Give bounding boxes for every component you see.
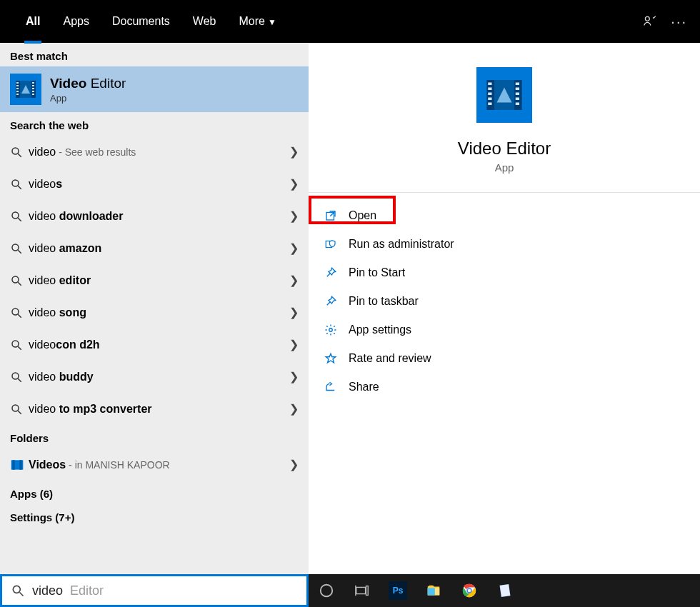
divider <box>309 192 700 193</box>
folders-heading: Folders <box>0 425 309 448</box>
svg-point-53 <box>13 586 20 593</box>
web-result[interactable]: video editor❯ <box>0 264 309 296</box>
star-icon <box>323 352 339 365</box>
search-icon <box>10 403 29 416</box>
search-ghost-text: Editor <box>70 583 104 598</box>
chevron-right-icon: ❯ <box>289 177 299 191</box>
web-result[interactable]: videocon d2h❯ <box>0 328 309 361</box>
best-match-subtitle: App <box>50 93 126 104</box>
svg-line-28 <box>18 346 21 350</box>
svg-line-16 <box>18 154 21 157</box>
svg-point-17 <box>12 180 19 186</box>
svg-point-55 <box>321 585 333 597</box>
gear-icon <box>323 323 339 336</box>
action-label: Run as administrator <box>349 238 454 251</box>
apps-heading[interactable]: Apps (6) <box>0 481 309 504</box>
web-result-label: videos <box>29 178 289 191</box>
photoshop-taskbar-icon[interactable]: Ps <box>380 574 416 607</box>
chevron-right-icon: ❯ <box>289 274 299 287</box>
web-result-label: video - See web results <box>29 146 289 159</box>
svg-point-19 <box>12 212 19 219</box>
action-run-as-administrator[interactable]: Run as administrator <box>319 230 700 259</box>
settings-heading[interactable]: Settings (7+) <box>0 504 309 528</box>
web-result-label: video downloader <box>29 210 289 223</box>
folder-result[interactable]: Videos - in MANISH KAPOOR ❯ <box>0 448 309 481</box>
tab-apps[interactable]: Apps <box>51 0 100 43</box>
web-result[interactable]: video to mp3 converter❯ <box>0 393 309 425</box>
search-icon <box>10 178 29 191</box>
feedback-icon[interactable] <box>642 14 658 29</box>
folder-icon <box>10 458 29 472</box>
svg-line-26 <box>18 314 21 318</box>
search-icon <box>10 338 29 351</box>
web-result-label: videocon d2h <box>29 338 289 351</box>
best-match-result[interactable]: Video Editor App <box>0 66 309 112</box>
tab-web[interactable]: Web <box>181 0 228 43</box>
svg-point-63 <box>468 589 471 592</box>
chevron-right-icon: ❯ <box>289 458 299 471</box>
svg-line-54 <box>20 593 24 596</box>
pin-icon <box>323 266 339 279</box>
action-open[interactable]: Open <box>319 201 700 230</box>
preview-panel: Video Editor App OpenRun as administrato… <box>309 43 700 574</box>
svg-rect-7 <box>16 91 19 92</box>
chrome-taskbar-icon[interactable] <box>451 574 487 607</box>
taskbar: video Editor Ps <box>0 574 700 607</box>
action-label: Open <box>349 209 376 222</box>
web-result[interactable]: videos❯ <box>0 168 309 200</box>
web-result-label: video buddy <box>29 371 289 383</box>
tab-more[interactable]: More▼ <box>227 0 287 43</box>
action-pin-to-taskbar[interactable]: Pin to taskbar <box>319 287 700 316</box>
svg-rect-46 <box>516 93 519 96</box>
more-options-icon[interactable]: ··· <box>671 14 687 30</box>
web-result[interactable]: video downloader❯ <box>0 200 309 232</box>
svg-rect-9 <box>32 82 34 84</box>
action-label: Pin to Start <box>349 266 405 279</box>
web-result[interactable]: video amazon❯ <box>0 232 309 264</box>
tab-all[interactable]: All <box>14 0 51 43</box>
chevron-right-icon: ❯ <box>289 145 299 159</box>
notes-taskbar-icon[interactable] <box>487 574 523 607</box>
web-result[interactable]: video buddy❯ <box>0 361 309 393</box>
action-rate-and-review[interactable]: Rate and review <box>319 344 700 373</box>
search-icon <box>10 242 29 255</box>
web-result-label: video to mp3 converter <box>29 403 289 416</box>
web-result[interactable]: video song❯ <box>0 296 309 328</box>
action-pin-to-start[interactable]: Pin to Start <box>319 259 700 287</box>
search-icon <box>10 371 29 383</box>
task-view-button[interactable] <box>344 574 380 607</box>
folder-label: Videos - in MANISH KAPOOR <box>29 458 289 471</box>
svg-line-30 <box>18 378 21 382</box>
search-input[interactable]: video Editor <box>0 574 309 607</box>
svg-rect-57 <box>366 586 369 596</box>
chevron-right-icon: ❯ <box>289 241 299 255</box>
chevron-right-icon: ❯ <box>289 370 299 383</box>
results-panel: Best match Video Editor App Search the w… <box>0 43 309 574</box>
cortana-button[interactable] <box>309 574 344 607</box>
svg-line-32 <box>18 411 21 414</box>
svg-point-21 <box>12 244 19 251</box>
svg-rect-6 <box>16 88 19 89</box>
svg-rect-10 <box>32 85 34 86</box>
chevron-down-icon: ▼ <box>268 17 276 27</box>
web-result-label: video editor <box>29 274 289 287</box>
svg-line-20 <box>18 218 21 221</box>
search-icon <box>11 583 25 598</box>
svg-rect-5 <box>16 85 19 86</box>
chevron-right-icon: ❯ <box>289 209 299 223</box>
web-result-label: video song <box>29 306 289 319</box>
action-app-settings[interactable]: App settings <box>319 316 700 344</box>
file-explorer-taskbar-icon[interactable] <box>416 574 451 607</box>
svg-line-22 <box>18 250 21 254</box>
search-icon <box>10 306 29 319</box>
action-share[interactable]: Share <box>319 373 700 401</box>
search-icon <box>10 146 29 159</box>
web-result[interactable]: video - See web results❯ <box>0 136 309 168</box>
action-label: Pin to taskbar <box>349 295 419 308</box>
svg-rect-48 <box>516 103 519 106</box>
svg-rect-13 <box>32 94 34 95</box>
tab-documents[interactable]: Documents <box>101 0 181 43</box>
svg-point-23 <box>12 276 19 283</box>
svg-point-29 <box>12 373 19 379</box>
svg-point-27 <box>12 341 19 347</box>
